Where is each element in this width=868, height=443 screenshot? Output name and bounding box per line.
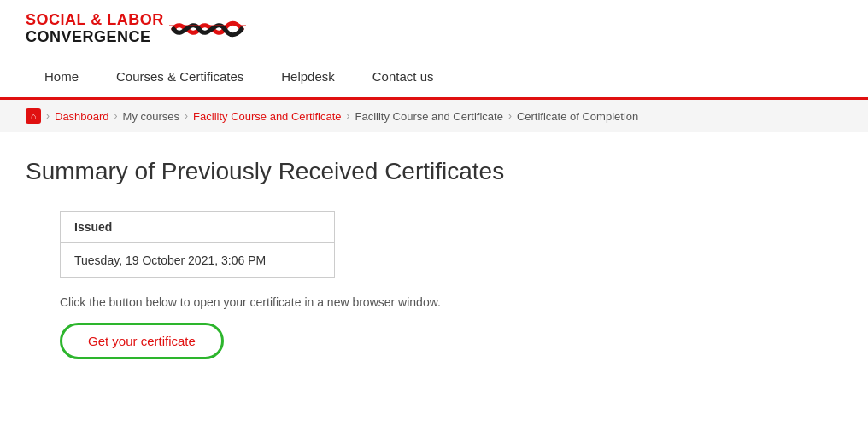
page-title: Summary of Previously Received Certifica…: [26, 158, 842, 185]
main-nav: Home Courses & Certificates Helpdesk Con…: [0, 55, 868, 100]
breadcrumb-sep-3: ›: [346, 110, 349, 122]
breadcrumb-my-courses: My courses: [123, 110, 179, 123]
breadcrumb-certificate: Certificate of Completion: [517, 110, 638, 123]
breadcrumb-sep-1: ›: [114, 110, 118, 122]
certificate-table-wrapper: Issued Tuesday, 19 October 2021, 3:06 PM: [60, 211, 842, 278]
breadcrumb-facility-text: Facility Course and Certificate: [355, 110, 502, 123]
table-header-issued: Issued: [61, 212, 335, 243]
svg-rect-0: [169, 25, 246, 26]
main-content: Summary of Previously Received Certifica…: [0, 132, 868, 393]
breadcrumb-sep-0: ›: [46, 110, 50, 122]
logo-icon: [169, 12, 246, 46]
certificate-table: Issued Tuesday, 19 October 2021, 3:06 PM: [60, 211, 335, 278]
breadcrumb-dashboard[interactable]: Dashboard: [55, 110, 109, 123]
site-header: SOCIAL & LABOR CONVERGENCE: [0, 0, 868, 55]
cert-button-wrapper: Get your certificate: [60, 323, 842, 359]
breadcrumb-sep-4: ›: [508, 110, 512, 122]
logo: SOCIAL & LABOR CONVERGENCE: [26, 12, 246, 46]
breadcrumb: ⌂ › Dashboard › My courses › Facility Co…: [0, 100, 868, 132]
table-row: Tuesday, 19 October 2021, 3:06 PM: [61, 243, 335, 278]
nav-contact[interactable]: Contact us: [354, 55, 453, 97]
breadcrumb-facility-link[interactable]: Facility Course and Certificate: [193, 110, 341, 123]
nav-courses[interactable]: Courses & Certificates: [97, 55, 262, 97]
logo-text: SOCIAL & LABOR CONVERGENCE: [26, 12, 164, 46]
home-icon[interactable]: ⌂: [26, 108, 41, 124]
nav-helpdesk[interactable]: Helpdesk: [262, 55, 354, 97]
breadcrumb-sep-2: ›: [185, 110, 188, 122]
get-certificate-button[interactable]: Get your certificate: [60, 323, 224, 359]
table-cell-date: Tuesday, 19 October 2021, 3:06 PM: [61, 243, 335, 278]
nav-home[interactable]: Home: [26, 55, 97, 97]
click-instruction: Click the button below to open your cert…: [60, 295, 842, 309]
